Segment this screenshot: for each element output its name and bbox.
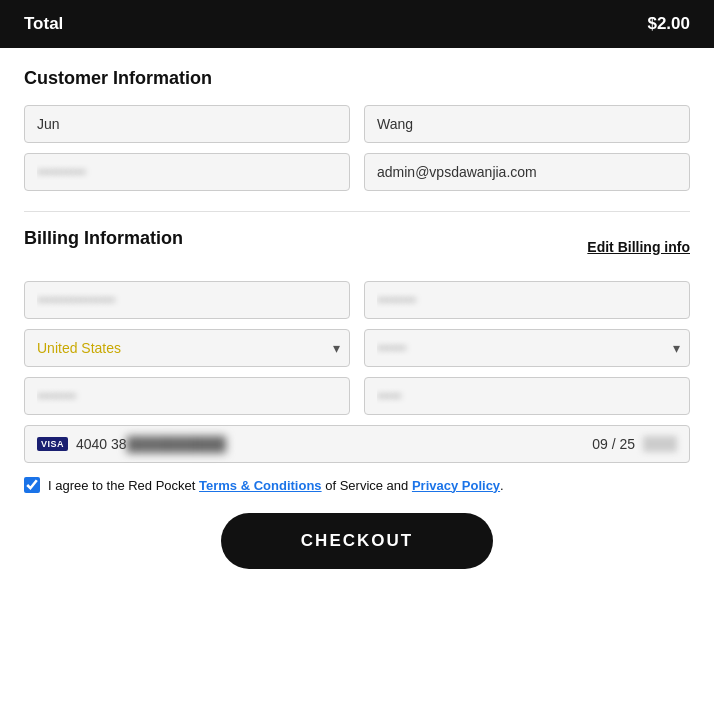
first-name-field: [24, 105, 350, 143]
phone-input[interactable]: [24, 153, 350, 191]
checkout-button[interactable]: CHECKOUT: [221, 513, 493, 569]
section-divider: [24, 211, 690, 212]
card-number: 4040 38██████████: [76, 436, 584, 452]
total-bar: Total $2.00: [0, 0, 714, 48]
address2-field: [364, 281, 690, 319]
address2-input[interactable]: [364, 281, 690, 319]
customer-section-title: Customer Information: [24, 68, 690, 89]
first-name-input[interactable]: [24, 105, 350, 143]
last-name-field: [364, 105, 690, 143]
address1-input[interactable]: [24, 281, 350, 319]
country-state-row: United States Canada United Kingdom Aust…: [24, 329, 690, 367]
billing-header: Billing Information Edit Billing info: [24, 228, 690, 265]
total-label: Total: [24, 14, 63, 34]
checkout-button-wrapper: CHECKOUT: [24, 513, 690, 569]
visa-icon: VISA: [37, 437, 68, 451]
billing-information-section: Billing Information Edit Billing info Un…: [24, 228, 690, 463]
address1-field: [24, 281, 350, 319]
agreement-row: I agree to the Red Pocket Terms & Condit…: [24, 477, 690, 493]
address-row: [24, 281, 690, 319]
card-cvc: [643, 436, 677, 452]
city-field: [24, 377, 350, 415]
edit-billing-link[interactable]: Edit Billing info: [587, 239, 690, 255]
state-field: •••••• California New York: [364, 329, 690, 367]
country-select[interactable]: United States Canada United Kingdom Aust…: [24, 329, 350, 367]
customer-information-section: Customer Information: [24, 68, 690, 191]
card-expiry: 09 / 25: [592, 436, 635, 452]
total-amount: $2.00: [647, 14, 690, 34]
last-name-input[interactable]: [364, 105, 690, 143]
country-field: United States Canada United Kingdom Aust…: [24, 329, 350, 367]
name-row: [24, 105, 690, 143]
card-field[interactable]: VISA 4040 38██████████ 09 / 25: [24, 425, 690, 463]
billing-section-title: Billing Information: [24, 228, 183, 249]
zip-input[interactable]: [364, 377, 690, 415]
email-field: [364, 153, 690, 191]
phone-field: [24, 153, 350, 191]
email-input[interactable]: [364, 153, 690, 191]
agreement-text: I agree to the Red Pocket Terms & Condit…: [48, 478, 504, 493]
terms-link[interactable]: Terms & Conditions: [199, 478, 322, 493]
zip-field: [364, 377, 690, 415]
city-input[interactable]: [24, 377, 350, 415]
city-zip-row: [24, 377, 690, 415]
privacy-link[interactable]: Privacy Policy: [412, 478, 500, 493]
state-select[interactable]: •••••• California New York: [364, 329, 690, 367]
agreement-checkbox[interactable]: [24, 477, 40, 493]
contact-row: [24, 153, 690, 191]
